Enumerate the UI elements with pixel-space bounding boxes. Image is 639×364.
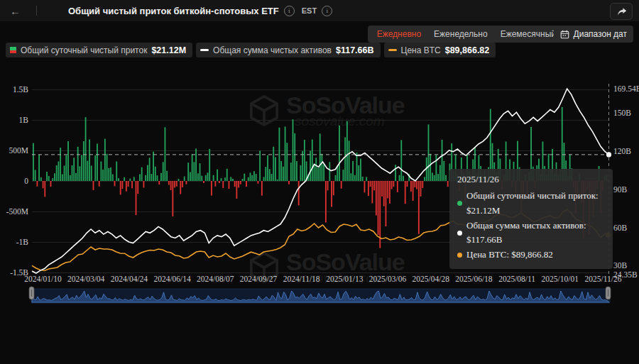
legend-label: Общая сумма чистых активов (213, 45, 332, 55)
svg-text:-500M: -500M (6, 207, 28, 216)
svg-text:2024/01/10: 2024/01/10 (24, 275, 62, 283)
legend-label: Цена BTC (401, 45, 441, 55)
orange-dash-icon (388, 49, 397, 51)
calendar-icon (560, 30, 569, 39)
share-icon (616, 7, 627, 16)
legend-value: $89,866.82 (445, 45, 490, 55)
svg-text:169.54B: 169.54B (613, 84, 639, 93)
svg-text:-1B: -1B (16, 238, 29, 246)
svg-text:1.5B: 1.5B (13, 85, 28, 94)
period-selector: Ежедневно Еженедельно Ежемесячный (368, 26, 565, 43)
info-icon[interactable]: i (284, 6, 295, 16)
etf-inflow-dashboard: ← Общий чистый приток биткойн-спотовых E… (0, 0, 639, 364)
orange-dot-icon (457, 253, 462, 258)
tooltip-date: 2025/11/26 (457, 174, 605, 185)
svg-text:2025/08/11: 2025/08/11 (498, 275, 535, 283)
legend-item-net-assets[interactable]: Общая сумма чистых активов $117.66B (196, 43, 380, 57)
svg-text:2025/01/13: 2025/01/13 (326, 275, 364, 283)
share-button[interactable] (610, 3, 633, 20)
svg-text:90B: 90B (613, 185, 628, 194)
svg-text:30B: 30B (613, 261, 628, 270)
legend-item-net-inflow[interactable]: Общий суточный чистый приток $21.12M (6, 43, 192, 57)
svg-text:2025/03/06: 2025/03/06 (369, 275, 407, 283)
legend-label: Общий суточный чистый приток (21, 45, 147, 55)
svg-text:150B: 150B (613, 109, 631, 117)
date-range-label: Диапазон дат (574, 29, 627, 39)
tooltip-row-price: Цена BTC: $89,866.82 (457, 248, 605, 263)
svg-text:2025/04/28: 2025/04/28 (413, 275, 450, 283)
net-assets-endpoint-dot (606, 152, 611, 157)
svg-text:1B: 1B (19, 116, 29, 124)
chart-tooltip: 2025/11/26 Общий суточный чистый приток:… (449, 169, 613, 269)
green-dot-icon (457, 201, 462, 206)
svg-text:2024/04/24: 2024/04/24 (111, 275, 148, 283)
legend-item-btc-price[interactable]: Цена BTC $89,866.82 (384, 43, 496, 57)
back-arrow-icon[interactable]: ← (10, 5, 21, 17)
legend-value: $21.12M (151, 45, 186, 55)
timezone-label: EST (302, 6, 317, 15)
green-red-square-icon (10, 47, 16, 53)
white-dash-icon (200, 49, 209, 51)
svg-text:120B: 120B (613, 147, 631, 155)
tooltip-row-inflow: Общий суточный чистый приток: $21.12M (457, 189, 605, 219)
chart-controls: Ежедневно Еженедельно Ежемесячный Диапаз… (0, 26, 639, 43)
svg-text:2025/11/26: 2025/11/26 (585, 275, 622, 283)
svg-text:0: 0 (24, 177, 28, 185)
range-navigator[interactable] (29, 287, 611, 303)
svg-text:2024/06/14: 2024/06/14 (153, 275, 191, 283)
svg-text:2024/03/04: 2024/03/04 (67, 275, 105, 283)
svg-text:2024/08/07: 2024/08/07 (197, 275, 234, 283)
white-dot-icon (457, 231, 462, 236)
svg-text:500M: 500M (9, 146, 28, 155)
tab-monthly[interactable]: Ежемесячный (494, 27, 562, 41)
date-range-button[interactable]: Диапазон дат (554, 26, 633, 43)
timezone-info-icon[interactable]: i (322, 6, 332, 16)
header-divider (36, 6, 37, 16)
page-title: Общий чистый приток биткойн-спотовых ETF (68, 6, 279, 16)
legend-value: $117.66B (336, 45, 374, 55)
tab-daily[interactable]: Ежедневно (371, 27, 427, 41)
svg-text:2025/06/18: 2025/06/18 (455, 275, 493, 283)
chart-legend: Общий суточный чистый приток $21.12M Общ… (6, 43, 496, 57)
svg-text:2025/10/01: 2025/10/01 (542, 275, 579, 283)
tab-weekly[interactable]: Еженедельно (427, 27, 494, 41)
svg-text:60B: 60B (613, 224, 628, 232)
svg-text:2024/11/18: 2024/11/18 (283, 275, 320, 283)
header-bar: ← Общий чистый приток биткойн-спотовых E… (0, 0, 639, 21)
tooltip-row-assets: Общая сумма чистых активов: $117.66B (457, 219, 605, 248)
svg-text:2024/09/27: 2024/09/27 (240, 275, 278, 283)
